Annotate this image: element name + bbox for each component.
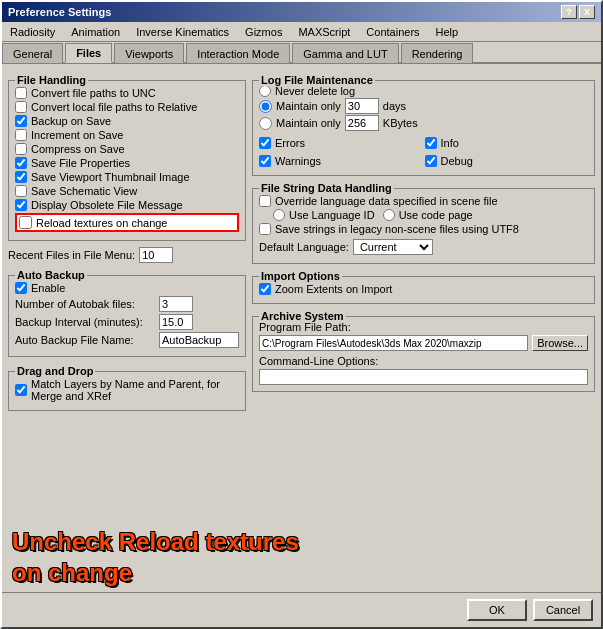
save-strings-checkbox[interactable]	[259, 223, 271, 235]
drag-drop-group: Drag and Drop Match Layers by Name and P…	[8, 371, 246, 411]
use-code-page-row: Use code page	[383, 209, 473, 221]
save-thumbnail-checkbox[interactable]	[15, 171, 27, 183]
maintain-days-input[interactable]	[345, 98, 379, 114]
convert-unc-label: Convert file paths to UNC	[31, 87, 156, 99]
display-obsolete-label: Display Obsolete File Message	[31, 199, 183, 211]
recent-files-row: Recent Files in File Menu:	[8, 247, 246, 263]
reload-textures-label: Reload textures on change	[36, 217, 167, 229]
use-lang-id-radio[interactable]	[273, 209, 285, 221]
tab-files[interactable]: Files	[65, 43, 112, 63]
info-label: Info	[441, 137, 459, 149]
maintain-days-unit: days	[383, 100, 406, 112]
save-strings-row: Save strings in legacy non-scene files u…	[259, 223, 588, 235]
program-path-label: Program File Path:	[259, 321, 351, 333]
cmdline-label: Command-Line Options:	[259, 355, 378, 367]
backup-interval-row: Backup Interval (minutes):	[15, 314, 239, 330]
backup-interval-input[interactable]	[159, 314, 193, 330]
recent-files-label: Recent Files in File Menu:	[8, 249, 135, 261]
match-layers-row: Match Layers by Name and Parent, for Mer…	[15, 378, 239, 402]
tab-interaction-mode[interactable]: Interaction Mode	[186, 43, 290, 63]
increment-save-row: Increment on Save	[15, 129, 239, 141]
backup-save-row: Backup on Save	[15, 115, 239, 127]
log-checks: Errors Info Warnings Debug	[259, 135, 588, 169]
increment-save-checkbox[interactable]	[15, 129, 27, 141]
autobak-files-input[interactable]	[159, 296, 193, 312]
never-delete-row: Never delete log	[259, 85, 588, 97]
cancel-button[interactable]: Cancel	[533, 599, 593, 621]
import-options-group: Import Options Zoom Extents on Import	[252, 276, 595, 304]
info-checkbox[interactable]	[425, 137, 437, 149]
menu-radiosity[interactable]: Radiosity	[2, 22, 63, 41]
warnings-checkbox[interactable]	[259, 155, 271, 167]
save-schematic-label: Save Schematic View	[31, 185, 137, 197]
debug-checkbox[interactable]	[425, 155, 437, 167]
tabs-row: General Files Viewports Interaction Mode…	[2, 42, 601, 64]
maintain-kb-row: Maintain only KBytes	[259, 115, 588, 131]
use-lang-id-row: Use Language ID	[273, 209, 375, 221]
menu-maxscript[interactable]: MAXScript	[290, 22, 358, 41]
window-title: Preference Settings	[8, 6, 111, 18]
convert-unc-row: Convert file paths to UNC	[15, 87, 239, 99]
match-layers-label: Match Layers by Name and Parent, for Mer…	[31, 378, 239, 402]
zoom-extents-label: Zoom Extents on Import	[275, 283, 392, 295]
save-properties-checkbox[interactable]	[15, 157, 27, 169]
convert-local-row: Convert local file paths to Relative	[15, 101, 239, 113]
close-button[interactable]: X	[579, 5, 595, 19]
compress-save-checkbox[interactable]	[15, 143, 27, 155]
auto-backup-group: Auto Backup Enable Number of Autobak fil…	[8, 275, 246, 357]
recent-files-input[interactable]	[139, 247, 173, 263]
log-maintenance-label: Log File Maintenance	[259, 74, 375, 86]
ok-button[interactable]: OK	[467, 599, 527, 621]
right-column: Log File Maintenance Never delete log Ma…	[252, 70, 595, 517]
never-delete-radio[interactable]	[259, 85, 271, 97]
preference-settings-window: Preference Settings ? X Radiosity Animat…	[0, 0, 603, 629]
cmdline-input[interactable]	[259, 369, 588, 385]
match-layers-checkbox[interactable]	[15, 384, 27, 396]
cmdline-label-row: Command-Line Options:	[259, 355, 588, 367]
errors-checkbox[interactable]	[259, 137, 271, 149]
backup-save-checkbox[interactable]	[15, 115, 27, 127]
content-area: File Handling Convert file paths to UNC …	[2, 64, 601, 523]
menu-help[interactable]: Help	[428, 22, 467, 41]
maintain-kb-radio[interactable]	[259, 117, 272, 130]
program-path-input[interactable]	[259, 335, 528, 351]
convert-local-checkbox[interactable]	[15, 101, 27, 113]
maintain-days-row: Maintain only days	[259, 98, 588, 114]
convert-unc-checkbox[interactable]	[15, 87, 27, 99]
maintain-kb-unit: KBytes	[383, 117, 418, 129]
enable-checkbox[interactable]	[15, 282, 27, 294]
tab-viewports[interactable]: Viewports	[114, 43, 184, 63]
title-bar-buttons: ? X	[561, 5, 595, 19]
tab-general[interactable]: General	[2, 43, 63, 63]
file-handling-group: File Handling Convert file paths to UNC …	[8, 80, 246, 241]
display-obsolete-checkbox[interactable]	[15, 199, 27, 211]
debug-row: Debug	[425, 155, 589, 167]
menu-inverse-kinematics[interactable]: Inverse Kinematics	[128, 22, 237, 41]
warnings-row: Warnings	[259, 155, 423, 167]
autobak-filename-input[interactable]	[159, 332, 239, 348]
convert-local-label: Convert local file paths to Relative	[31, 101, 197, 113]
autobak-filename-label: Auto Backup File Name:	[15, 334, 155, 346]
tab-rendering[interactable]: Rendering	[401, 43, 474, 63]
reload-textures-checkbox[interactable]	[19, 216, 32, 229]
tab-gamma-lut[interactable]: Gamma and LUT	[292, 43, 398, 63]
default-lang-label-text: Default Language:	[259, 241, 349, 253]
browse-button[interactable]: Browse...	[532, 335, 588, 351]
maintain-days-radio[interactable]	[259, 100, 272, 113]
default-lang-select[interactable]: Current	[353, 239, 433, 255]
override-lang-checkbox[interactable]	[259, 195, 271, 207]
use-code-page-radio[interactable]	[383, 209, 395, 221]
archive-system-label: Archive System	[259, 310, 346, 322]
save-schematic-checkbox[interactable]	[15, 185, 27, 197]
errors-label: Errors	[275, 137, 305, 149]
zoom-extents-checkbox[interactable]	[259, 283, 271, 295]
autobak-files-row: Number of Autobak files:	[15, 296, 239, 312]
maintain-kb-input[interactable]	[345, 115, 379, 131]
menu-containers[interactable]: Containers	[358, 22, 427, 41]
help-button[interactable]: ?	[561, 5, 577, 19]
menu-animation[interactable]: Animation	[63, 22, 128, 41]
enable-row: Enable	[15, 282, 239, 294]
errors-row: Errors	[259, 137, 423, 149]
auto-backup-label: Auto Backup	[15, 269, 87, 281]
menu-gizmos[interactable]: Gizmos	[237, 22, 290, 41]
